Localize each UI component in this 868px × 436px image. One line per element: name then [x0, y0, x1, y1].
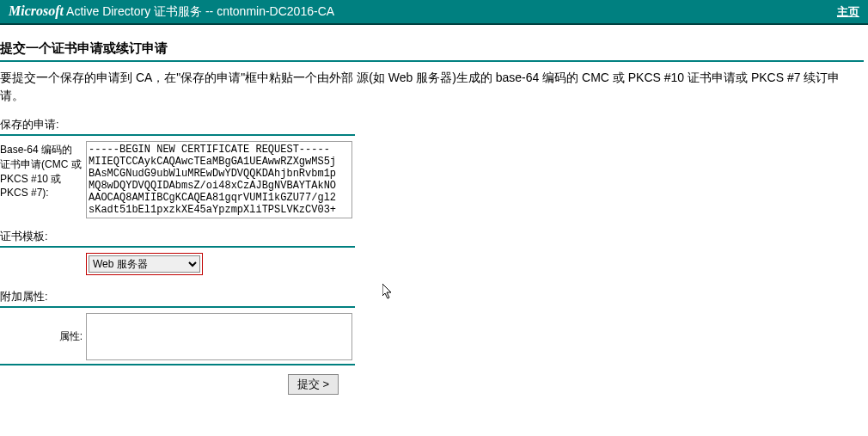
header-title: Microsoft Active Directory 证书服务 -- cnton… — [9, 3, 334, 20]
saved-request-textarea[interactable] — [86, 141, 352, 218]
additional-attrs-row: 属性: — [0, 313, 864, 360]
brand-rest: Active Directory 证书服务 -- cntonmin-DC2016… — [64, 4, 334, 18]
bottom-divider — [0, 364, 355, 365]
cert-template-section-label: 证书模板: — [0, 227, 355, 248]
brand-italic: Microsoft — [9, 3, 64, 18]
additional-attrs-textarea[interactable] — [86, 313, 352, 360]
additional-attrs-field-label: 属性: — [0, 313, 86, 360]
submit-button[interactable]: 提交 > — [288, 374, 339, 395]
submit-row: 提交 > — [0, 374, 864, 395]
saved-request-section-label: 保存的申请: — [0, 115, 355, 136]
cert-template-highlight: Web 服务器 — [86, 253, 203, 275]
home-link[interactable]: 主页 — [837, 5, 859, 18]
page-title: 提交一个证书申请或续订申请 — [0, 34, 864, 62]
additional-attrs-section-label: 附加属性: — [0, 287, 355, 308]
cert-template-select[interactable]: Web 服务器 — [89, 255, 200, 273]
header-bar: Microsoft Active Directory 证书服务 -- cnton… — [0, 0, 868, 25]
instructions: 要提交一个保存的申请到 CA，在"保存的申请"框中粘贴一个由外部 源(如 Web… — [0, 69, 864, 105]
content: 提交一个证书申请或续订申请 要提交一个保存的申请到 CA，在"保存的申请"框中粘… — [0, 25, 868, 403]
saved-request-row: Base-64 编码的证书申请(CMC 或 PKCS #10 或 PKCS #7… — [0, 141, 864, 218]
saved-request-field-label: Base-64 编码的证书申请(CMC 或 PKCS #10 或 PKCS #7… — [0, 141, 86, 200]
